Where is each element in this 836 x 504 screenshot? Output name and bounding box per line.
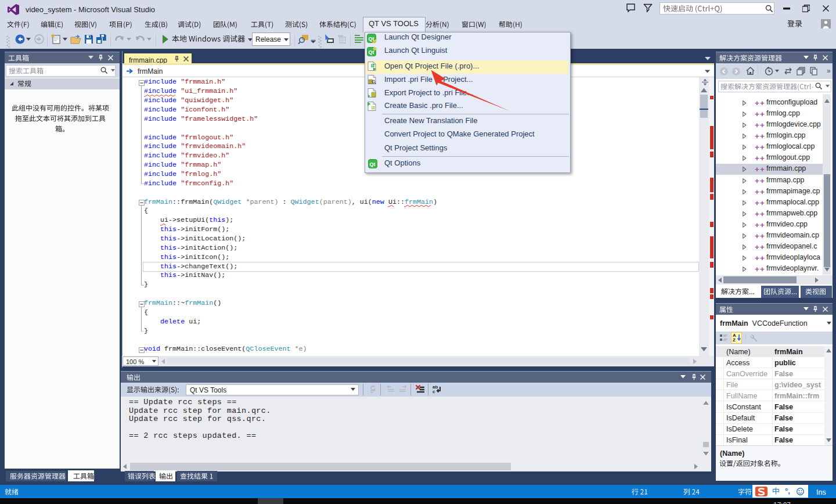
svg-text:Qt: Qt <box>369 49 374 55</box>
svg-text:c: c <box>433 389 435 394</box>
svg-text:Qt: Qt <box>370 161 376 167</box>
svg-text:Qt: Qt <box>369 36 374 42</box>
